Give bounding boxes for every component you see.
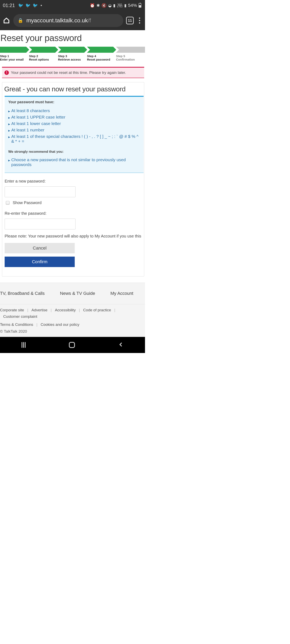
footer-primary-link[interactable]: My M — [141, 291, 145, 296]
rule-item: ▶At least 1 UPPER case letter — [8, 114, 141, 120]
nav-home-button[interactable] — [69, 342, 75, 348]
footer-primary-link[interactable]: TV, Broadband & Calls — [0, 291, 52, 296]
network-label: Vo)) LTE2 — [117, 4, 123, 8]
signal-icon: ▮ — [113, 3, 115, 8]
recommend-item: ▶Choose a new password that is not simil… — [8, 156, 141, 168]
step-1: Step 1Enter your email — [0, 47, 29, 63]
reset-card: Great - you can now reset your password … — [2, 82, 144, 276]
card-title: Great - you can now reset your password — [2, 82, 144, 96]
triangle-icon: ▶ — [8, 123, 10, 126]
twitter-notification-icon: 🐦 — [33, 3, 38, 8]
progress-steps: Step 1Enter your email Step 2Reset optio… — [0, 47, 145, 63]
triangle-icon: ▶ — [8, 110, 10, 113]
rule-item: ▶At least 1 lower case letter — [8, 120, 141, 127]
new-password-input[interactable] — [5, 186, 76, 197]
rule-item: ▶At least 1 number — [8, 127, 141, 133]
error-banner: ! Your password could not be reset at th… — [2, 67, 144, 78]
footer-primary-link[interactable]: My Account — [103, 291, 141, 296]
url-bar[interactable]: 🔒 myaccount.talktalk.co.uk/f — [13, 14, 123, 27]
triangle-icon: ▶ — [8, 129, 10, 132]
nav-recents-button[interactable] — [22, 342, 26, 348]
footer-link[interactable]: Corporate site — [0, 308, 27, 312]
browser-menu-button[interactable] — [137, 18, 143, 24]
reenter-password-label: Re-enter the password: — [5, 211, 142, 216]
battery-icon — [139, 3, 141, 8]
alarm-icon: ⏰ — [90, 3, 95, 8]
footer-link[interactable]: Advertise — [28, 308, 51, 312]
tabs-button[interactable]: 11 — [126, 17, 134, 24]
bluetooth-icon: ✱ — [97, 3, 100, 8]
triangle-icon: ▶ — [8, 159, 10, 162]
browser-home-button[interactable] — [3, 16, 11, 24]
step-4: Step 4Reset password — [87, 47, 116, 63]
step-5: Step 5Confirmation — [116, 47, 145, 63]
step-2: Step 2Reset options — [29, 47, 58, 63]
tabs-count: 11 — [128, 18, 132, 23]
footer-link[interactable]: Accessibility — [52, 308, 79, 312]
footer-link[interactable]: Customer complaint — [0, 314, 41, 319]
show-password-label: Show Password — [13, 200, 42, 205]
rules-heading: Your password must have: — [8, 100, 141, 104]
android-nav-bar — [0, 337, 145, 353]
confirm-button[interactable]: Confirm — [5, 256, 75, 267]
error-message: Your password could not be reset at this… — [11, 70, 126, 75]
twitter-notification-icon: 🐦 — [18, 3, 23, 8]
footer-link[interactable]: Code of practice — [80, 308, 114, 312]
browser-toolbar: 🔒 myaccount.talktalk.co.uk/f 11 — [0, 11, 145, 30]
status-time: 01:21 — [3, 2, 15, 8]
reenter-password-input[interactable] — [5, 218, 76, 230]
page-title: Reset your password — [0, 30, 145, 47]
nav-back-button[interactable] — [118, 342, 123, 348]
footer-link[interactable]: Terms & Conditions — [0, 322, 37, 327]
cancel-button[interactable]: Cancel — [5, 243, 75, 253]
error-icon: ! — [5, 70, 9, 75]
footer-primary-link[interactable]: News & TV Guide — [52, 291, 103, 296]
url-path: /f — [88, 17, 91, 24]
lock-icon: 🔒 — [18, 18, 23, 23]
signal-icon: ▮ — [124, 3, 126, 8]
triangle-icon: ▶ — [8, 136, 10, 138]
step-3: Step 3Retrieve access — [58, 47, 87, 63]
wifi-icon: ◒ — [108, 3, 112, 8]
twitter-notification-icon: 🐦 — [25, 3, 31, 8]
recommend-heading: We strongly recommend that you: — [8, 150, 141, 154]
rule-item: ▶At least 8 characters — [8, 108, 141, 114]
android-status-bar: 01:21 🐦 🐦 🐦 ⏰ ✱ 🔇 ◒ ▮ Vo)) LTE2 ▮ 54% — [0, 0, 145, 11]
triangle-icon: ▶ — [8, 116, 10, 119]
rule-item: ▶At least 1 of these special characters … — [8, 133, 141, 144]
footer-link[interactable]: Cookies and our policy — [38, 322, 83, 327]
mute-icon: 🔇 — [102, 3, 107, 8]
copyright: © TalkTalk 2020 — [0, 327, 145, 335]
url-host: myaccount.talktalk.co.uk — [26, 17, 88, 24]
password-rules-box: Your password must have: ▶At least 8 cha… — [5, 96, 144, 173]
new-password-label: Enter a new password: — [5, 179, 142, 184]
password-note: Please note: Your new password will also… — [5, 234, 142, 238]
more-notifications-icon — [41, 5, 42, 6]
battery-percent: 54% — [128, 3, 137, 8]
page-footer: TV, Broadband & Calls News & TV Guide My… — [0, 282, 145, 337]
show-password-checkbox[interactable] — [6, 201, 10, 205]
